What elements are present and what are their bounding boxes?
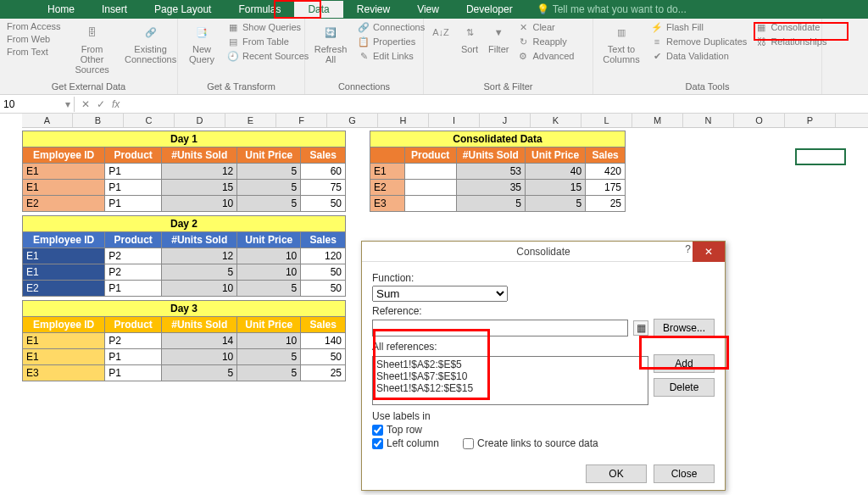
edit-links-button[interactable]: ✎Edit Links [356,49,426,63]
tab-home[interactable]: Home [34,1,88,18]
ribbon-tabs: Home Insert Page Layout Formulas Data Re… [0,0,868,19]
tab-data[interactable]: Data [294,1,342,18]
range-picker-icon[interactable]: ▦ [633,320,648,336]
table-day1: Day 1 Employee ID Product #Units Sold Un… [22,131,346,212]
consolidate-dialog: Consolidate ? ✕ Function: Sum Reference:… [361,241,726,491]
function-label: Function: [372,272,715,284]
create-links-checkbox[interactable] [463,438,474,449]
advanced-filter-button[interactable]: ⚙Advanced [515,49,576,63]
advanced-icon: ⚙ [517,50,529,62]
column-headers: ABCDEFGHIJKLMNOP [22,114,868,128]
show-queries-button[interactable]: ▦Show Queries [225,20,310,34]
reference-item[interactable]: Sheet1!$A$12:$E$15 [376,382,644,394]
col-header-L[interactable]: L [581,114,632,127]
from-web-button[interactable]: From Web [5,33,63,45]
col-header-H[interactable]: H [378,114,429,127]
tab-page-layout[interactable]: Page Layout [141,1,225,18]
clear-filter-button[interactable]: ✕Clear [515,20,576,34]
from-other-sources-button[interactable]: 🗄From Other Sources [68,20,117,81]
left-column-checkbox[interactable] [372,438,383,449]
group-data-tools: Data Tools [598,81,816,92]
col-header-E[interactable]: E [225,114,276,127]
active-cell-selection [795,148,846,165]
browse-button[interactable]: Browse... [654,319,715,337]
reference-input[interactable] [372,320,628,336]
refresh-all-button[interactable]: 🔄Refresh All [310,20,351,81]
relationships-button[interactable]: ⛓Relationships [754,35,828,48]
remove-duplicates-button[interactable]: ≡Remove Duplicates [649,35,748,48]
flash-fill-button[interactable]: ⚡Flash Fill [649,20,748,34]
tab-review[interactable]: Review [343,1,403,18]
tell-me-search[interactable]: 💡Tell me what you want to do... [537,3,687,15]
col-header-B[interactable]: B [73,114,124,127]
filter-button[interactable]: ▼Filter [487,20,510,81]
sort-button[interactable]: ⇅Sort [458,20,481,81]
consolidate-button[interactable]: ▦Consolidate [754,20,828,34]
existing-connections-button[interactable]: 🔗Existing Connections [122,20,180,81]
col-header-F[interactable]: F [276,114,327,127]
clock-icon: 🕘 [227,50,239,62]
connections-button[interactable]: 🔗Connections [356,20,426,34]
tab-developer[interactable]: Developer [453,1,526,18]
col-header-O[interactable]: O [734,114,785,127]
ok-button[interactable]: OK [586,464,647,483]
reference-item[interactable]: Sheet1!$A$2:$E$5 [376,359,644,370]
refresh-icon: 🔄 [320,22,341,42]
relationships-icon: ⛓ [755,36,767,47]
sort-az-button[interactable]: A↓Z [429,20,453,81]
col-header-D[interactable]: D [175,114,225,127]
cancel-icon[interactable]: ✕ [81,98,90,110]
add-button[interactable]: Add [654,354,715,373]
database-icon: 🗄 [82,22,103,42]
formula-input[interactable] [126,103,868,106]
duplicates-icon: ≡ [651,36,663,47]
close-button[interactable]: Close [654,464,715,483]
filter-icon: ▼ [488,22,509,42]
day3-title: Day 3 [23,301,346,317]
all-references-list[interactable]: Sheet1!$A$2:$E$5 Sheet1!$A$7:$E$10 Sheet… [372,356,648,405]
fx-icon[interactable]: fx [112,98,120,110]
reference-item[interactable]: Sheet1!$A$7:$E$10 [376,370,644,382]
day2-title: Day 2 [23,216,346,232]
reapply-button[interactable]: ↻Reapply [515,35,576,48]
text-to-columns-button[interactable]: ▥Text to Columns [598,20,644,81]
top-row-checkbox[interactable] [372,425,383,436]
group-get-external-data: Get External Data [5,81,172,92]
data-validation-button[interactable]: ✔Data Validation [649,49,748,63]
enter-icon[interactable]: ✓ [97,98,105,110]
delete-button[interactable]: Delete [654,378,715,397]
col-header-A[interactable]: A [22,114,73,127]
recent-sources-button[interactable]: 🕘Recent Sources [225,49,310,63]
all-references-label: All references: [372,341,715,353]
name-box[interactable]: 10▾ [0,97,75,112]
formula-bar: 10▾ ✕ ✓ fx [0,95,868,114]
properties-button[interactable]: 📋Properties [356,35,426,48]
from-text-button[interactable]: From Text [5,46,63,58]
col-header-K[interactable]: K [531,114,581,127]
link-icon: 🔗 [358,21,370,33]
validation-icon: ✔ [651,50,663,62]
spreadsheet-grid[interactable]: ABCDEFGHIJKLMNOP Day 1 Employee ID Produ… [0,114,868,128]
from-access-button[interactable]: From Access [5,20,63,32]
from-table-button[interactable]: ▤From Table [225,35,310,48]
col-header-M[interactable]: M [632,114,683,127]
dialog-title-bar[interactable]: Consolidate ? ✕ [362,242,725,262]
col-header-G[interactable]: G [327,114,378,127]
sort-icon: ⇅ [459,22,480,42]
col-header-N[interactable]: N [683,114,734,127]
col-header-C[interactable]: C [124,114,175,127]
group-sort-filter: Sort & Filter [429,81,587,92]
col-header-P[interactable]: P [785,114,836,127]
flash-icon: ⚡ [651,21,663,33]
function-select[interactable]: Sum [372,286,508,302]
consolidated-title: Consolidated Data [370,131,626,147]
col-header-J[interactable]: J [480,114,531,127]
tab-insert[interactable]: Insert [88,1,141,18]
col-header-I[interactable]: I [429,114,480,127]
tab-view[interactable]: View [403,1,453,18]
help-icon[interactable]: ? [685,243,691,255]
tab-formulas[interactable]: Formulas [225,1,294,18]
close-icon[interactable]: ✕ [693,242,725,262]
table-day2: Day 2 Employee ID Product #Units Sold Un… [22,215,346,297]
new-query-button[interactable]: 📑New Query [183,20,220,81]
